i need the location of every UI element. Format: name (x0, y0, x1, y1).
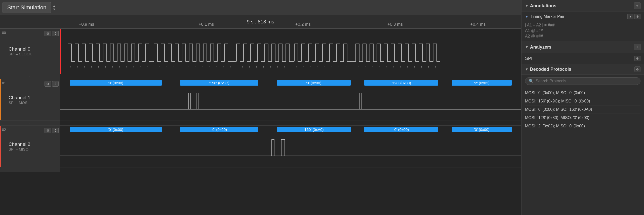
channel-0-name: Channel 0 (9, 46, 58, 52)
svg-text:↑: ↑ (270, 65, 271, 68)
search-input[interactable] (536, 79, 637, 83)
ch2-decode-3: '0' (0x00) (364, 127, 438, 132)
svg-text:↑: ↑ (277, 65, 278, 68)
svg-text:↑: ↑ (91, 65, 92, 68)
svg-text:↑: ↑ (98, 65, 99, 68)
svg-text:↑: ↑ (365, 65, 366, 68)
channel-1-waveform[interactable]: '0' (0x00) '156' (0x9C) '0' (0x00) '128'… (60, 79, 521, 121)
time-marker-2: +0.2 ms (295, 22, 311, 27)
annotations-collapse-icon[interactable]: ▼ (525, 4, 529, 8)
a1-line: A1 @ ### (525, 28, 640, 33)
channel-1-sub: SPI – MOSI (9, 100, 58, 105)
toolbar-arrows: ▲ ▼ (53, 4, 56, 11)
decoded-protocols-section: ▼ Decoded Protocols ⚙ 🔍 MOSI: '0' (0x00)… (521, 64, 644, 215)
channel-2-num: 02 (2, 128, 6, 132)
svg-text:↑: ↑ (435, 65, 436, 68)
toolbar: Start Simulation ▲ ▼ (0, 0, 521, 15)
a2-line: A2 @ ### (525, 33, 640, 39)
svg-text:↑: ↑ (421, 65, 422, 68)
channel-0-icons: ⚙ ⇕ (45, 31, 59, 36)
decoded-collapse-icon[interactable]: ▼ (525, 67, 529, 71)
svg-text:↑: ↑ (202, 65, 203, 68)
annotations-add-btn[interactable]: + (634, 3, 640, 9)
channel-1-gear-btn[interactable]: ⚙ (45, 81, 51, 87)
start-simulation-button[interactable]: Start Simulation (3, 2, 51, 13)
svg-text:↑: ↑ (400, 65, 401, 68)
svg-text:↑: ↑ (173, 65, 175, 68)
svg-text:↑: ↑ (372, 65, 373, 68)
analyzers-section: ▼ Analyzers + SPI ⚙ (521, 41, 644, 64)
ch1-decode-2: '0' (0x00) (277, 80, 351, 86)
timing-filter-btn[interactable]: ▼ (627, 14, 633, 19)
channel-2-name: Channel 2 (9, 141, 58, 147)
svg-text:↑: ↑ (263, 65, 264, 68)
time-marker-4: +0.4 ms (470, 22, 486, 27)
ch1-decode-1: '156' (0x9C) (180, 80, 258, 86)
channel-0-svg: ↑↑↑ ↑↑↑ ↑↑↑ ↑↑↑ ↑↑↑ ↑↑↑ ↑↑↑ ↑↑ ↑↑↑ ↑↑↑ ↑… (60, 29, 521, 74)
channel-0-gear-btn[interactable]: ⚙ (45, 31, 51, 36)
channel-2-gear-btn[interactable]: ⚙ (45, 128, 51, 133)
timeline-container: 9 s : 818 ms +0.9 ms +0.1 ms +0.2 ms +0.… (0, 15, 521, 215)
spi-analyzer-gear-btn[interactable]: ⚙ (634, 56, 640, 61)
decoded-protocols-gear-btn[interactable]: ⚙ (634, 66, 640, 72)
timing-controls: ▼ ⚙ (627, 14, 640, 19)
channel-2-waveform[interactable]: '0' (0x00) '0' (0x00) '160' (0xA0) '0' (… (60, 126, 521, 167)
channel-2-label: 02 Channel 2 SPI – MISO ⚙ ⇕ (0, 126, 60, 167)
channel-2-dots: ··· (0, 167, 60, 172)
analyzers-collapse-icon[interactable]: ▼ (525, 45, 529, 49)
time-marker-1: +0.1 ms (198, 22, 214, 27)
channel-0-sub: SPI – CLOCK (9, 52, 58, 56)
svg-text:↑: ↑ (428, 65, 429, 68)
ch2-decode-4: '0' (0x00) (452, 127, 512, 132)
decoded-protocols-title: Decoded Protocols (530, 67, 634, 72)
time-header: 9 s : 818 ms +0.9 ms +0.1 ms +0.2 ms +0.… (0, 15, 521, 29)
search-icon: 🔍 (529, 79, 534, 83)
svg-text:↑: ↑ (209, 65, 210, 68)
ch1-decode-3: '128' (0x80) (364, 80, 438, 86)
ch1-decode-4: '2' (0x02) (452, 80, 512, 86)
svg-text:↑: ↑ (140, 65, 141, 68)
channel-1-expand-btn[interactable]: ⇕ (52, 81, 59, 87)
svg-text:↑: ↑ (112, 65, 113, 68)
svg-text:↑: ↑ (159, 65, 160, 68)
timing-gear-btn[interactable]: ⚙ (634, 14, 640, 19)
svg-text:↑: ↑ (386, 65, 387, 68)
protocol-item-0: MOSI: '0' (0x00); MISO: '0' (0x00) (525, 89, 640, 97)
svg-text:↑: ↑ (147, 65, 148, 68)
ch2-decode-1: '0' (0x00) (180, 127, 258, 132)
svg-text:↑: ↑ (70, 65, 71, 68)
svg-text:↑: ↑ (317, 65, 318, 68)
annotations-title: Annotations (530, 3, 634, 9)
svg-text:↑: ↑ (119, 65, 120, 68)
channels-area: 00 Channel 0 SPI – CLOCK ⚙ ⇕ (0, 29, 521, 215)
channel-2-expand-btn[interactable]: ⇕ (52, 128, 59, 133)
channel-row-0: 00 Channel 0 SPI – CLOCK ⚙ ⇕ (0, 29, 521, 74)
svg-text:↑: ↑ (331, 65, 333, 68)
channel-2-dots-row: ··· (0, 167, 521, 172)
channel-0-dots: ··· (0, 74, 60, 79)
svg-text:↑: ↑ (105, 65, 106, 68)
arrow-down-icon[interactable]: ▼ (53, 8, 56, 11)
a1-a2-line: | A1 – A2 | = ### (525, 22, 640, 28)
ch1-decode-0: '0' (0x00) (70, 80, 162, 86)
arrow-up-icon[interactable]: ▲ (53, 4, 56, 8)
channel-1-dots-row: ··· (0, 121, 521, 126)
channel-2-sub: SPI – MISO (9, 147, 58, 151)
channel-0-expand-btn[interactable]: ⇕ (52, 31, 59, 36)
cursor-line (60, 29, 61, 74)
protocol-item-1: MOSI: '156' (0x9C); MISO: '0' (0x00) (525, 97, 640, 105)
svg-text:↑: ↑ (187, 65, 189, 68)
svg-text:↑: ↑ (310, 65, 311, 68)
analyzers-add-btn[interactable]: + (634, 44, 640, 50)
svg-text:↑: ↑ (249, 65, 250, 68)
channel-0-label: 00 Channel 0 SPI – CLOCK ⚙ ⇕ (0, 29, 60, 74)
svg-text:↑: ↑ (256, 65, 257, 68)
channel-1-dots: ··· (0, 121, 60, 125)
svg-text:↑: ↑ (284, 65, 285, 68)
channel-2-icons: ⚙ ⇕ (45, 128, 59, 133)
protocol-item-3: MOSI: '128' (0x80); MISO: '0' (0x00) (525, 114, 640, 122)
svg-text:↑: ↑ (407, 65, 408, 68)
timing-info: | A1 – A2 | = ### A1 @ ### A2 @ ### (521, 21, 644, 41)
decoded-protocols-header: ▼ Decoded Protocols ⚙ (521, 64, 644, 75)
channel-0-waveform[interactable]: ↑↑↑ ↑↑↑ ↑↑↑ ↑↑↑ ↑↑↑ ↑↑↑ ↑↑↑ ↑↑ ↑↑↑ ↑↑↑ ↑… (60, 29, 521, 74)
